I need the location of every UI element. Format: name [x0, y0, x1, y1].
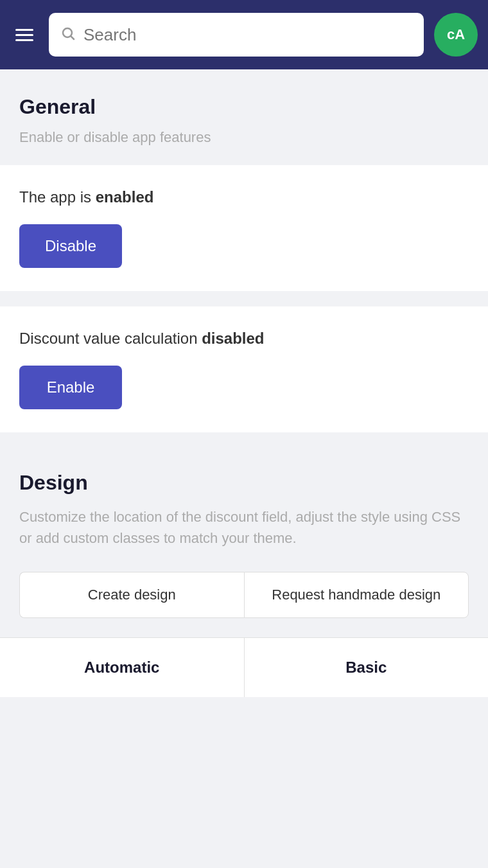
divider-2 — [0, 440, 488, 448]
header: cA — [0, 0, 488, 69]
general-section-header: General Enable or disable app features — [0, 69, 488, 165]
svg-line-1 — [71, 37, 74, 39]
tab-automatic[interactable]: Automatic — [0, 638, 245, 697]
search-icon — [60, 26, 76, 44]
divider-1 — [0, 299, 488, 306]
tab-basic[interactable]: Basic — [245, 638, 489, 697]
general-subtitle: Enable or disable app features — [19, 129, 469, 146]
hamburger-line-3 — [15, 39, 33, 41]
discount-status-card: Discount value calculation disabled Enab… — [0, 306, 488, 432]
bottom-tabs: Automatic Basic — [0, 637, 488, 697]
main-content: General Enable or disable app features T… — [0, 69, 488, 697]
enable-button[interactable]: Enable — [19, 366, 122, 409]
app-status-text: The app is enabled — [19, 188, 469, 206]
disable-button[interactable]: Disable — [19, 224, 122, 268]
request-design-button[interactable]: Request handmade design — [244, 572, 469, 618]
discount-status-text: Discount value calculation disabled — [19, 330, 469, 348]
hamburger-line-1 — [15, 29, 33, 31]
hamburger-button[interactable] — [10, 24, 39, 46]
search-input[interactable] — [83, 25, 412, 45]
general-title: General — [19, 95, 469, 119]
design-section: Design Customize the location of the dis… — [0, 448, 488, 637]
create-design-button[interactable]: Create design — [19, 572, 244, 618]
hamburger-line-2 — [15, 34, 33, 36]
search-bar — [49, 13, 424, 57]
design-subtitle: Customize the location of the discount f… — [19, 506, 469, 549]
design-title: Design — [19, 471, 469, 495]
design-buttons-group: Create design Request handmade design — [19, 572, 469, 618]
avatar[interactable]: cA — [434, 13, 478, 57]
app-status-card: The app is enabled Disable — [0, 165, 488, 291]
